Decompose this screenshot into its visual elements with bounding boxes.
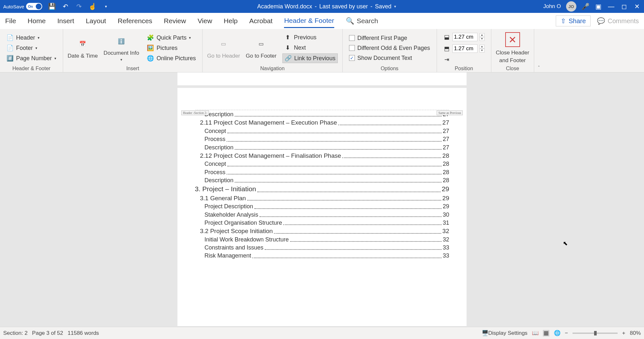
toc-text: Concept (204, 160, 226, 168)
previous-page-edge (177, 72, 467, 85)
web-layout-icon[interactable]: 🌐 (554, 330, 560, 336)
maximize-icon[interactable]: ◻ (620, 3, 628, 10)
zoom-level[interactable]: 80% (630, 330, 641, 336)
touch-mode-icon[interactable]: ☝ (89, 3, 96, 10)
tab-insert[interactable]: Insert (57, 14, 74, 27)
ribbon-group-options: Different First Page Different Odd & Eve… (343, 29, 437, 72)
page-content[interactable]: Header -Section 2- Same as Previous Desc… (177, 88, 467, 326)
ribbon-display-icon[interactable]: ▣ (594, 3, 602, 10)
header-button[interactable]: 📄Header ▾ (5, 33, 58, 42)
autosave-switch[interactable]: On (26, 3, 42, 10)
tab-help[interactable]: Help (224, 14, 238, 27)
diff-first-page-checkbox[interactable]: Different First Page (347, 34, 432, 42)
spinner-down-icon[interactable]: ▼ (479, 37, 485, 41)
checkbox-empty-icon (349, 35, 355, 41)
tab-file[interactable]: File (5, 14, 16, 27)
collapse-chevron-icon: ˄ (538, 65, 540, 70)
toc-entry: 2.12 Project Cost Management – Finalisat… (195, 152, 449, 160)
mic-icon[interactable]: 🎤 (582, 3, 589, 10)
spinner-down-icon[interactable]: ▼ (479, 49, 485, 52)
tab-references[interactable]: References (118, 14, 152, 27)
comments-button[interactable]: 💬 Comments (597, 17, 639, 25)
spinner-up-icon[interactable]: ▲ (479, 45, 485, 49)
status-words[interactable]: 11586 words (68, 330, 99, 336)
status-bar: Section: 2 Page 3 of 52 11586 words 🖥️Di… (0, 327, 644, 339)
search-box[interactable]: 🔍 Search (346, 17, 378, 25)
toc-text: 2.11 Project Cost Management – Execution… (200, 118, 337, 127)
toc-leader-dots (257, 184, 440, 192)
doc-name: Academia Word.docx (257, 3, 312, 10)
undo-icon[interactable]: ↶ (62, 3, 69, 10)
tab-acrobat[interactable]: Acrobat (249, 14, 272, 27)
display-settings-icon: 🖥️ (482, 330, 488, 336)
toc-text: 3. Project – Initiation (195, 184, 256, 193)
toc-text: Concept (204, 127, 226, 135)
ribbon-group-insert: 📅 Date & Time ℹ️ Document Info▾ 🧩Quick P… (63, 29, 203, 72)
tab-view[interactable]: View (198, 14, 212, 27)
comments-icon: 💬 (597, 17, 605, 25)
share-button[interactable]: ⇧ Share (556, 15, 591, 26)
goto-header-icon: ▭ (216, 37, 231, 51)
footer-bottom-value[interactable] (452, 44, 478, 53)
status-section[interactable]: Section: 2 (3, 330, 28, 336)
document-scroll-area[interactable]: Header -Section 2- Same as Previous Desc… (0, 72, 644, 327)
qat-dropdown-icon[interactable]: ▾ (102, 3, 110, 10)
toc-page-number: 27 (442, 118, 449, 127)
user-name: John O (543, 3, 561, 10)
display-settings-button[interactable]: 🖥️Display Settings (482, 330, 527, 336)
pictures-button[interactable]: 🖼️Pictures (145, 43, 198, 52)
toc-text: Stakeholder Analysis (204, 211, 258, 219)
toc-leader-dots (283, 219, 441, 225)
toc-page-number: 32 (442, 227, 449, 235)
quick-parts-button[interactable]: 🧩Quick Parts ▾ (145, 33, 198, 42)
group-label-hf: Header & Footer (5, 65, 58, 71)
goto-footer-button[interactable]: ▭ Go to Footer (246, 31, 276, 65)
footer-from-bottom-input[interactable]: ⬒ ▲▼ (441, 43, 487, 54)
goto-header-button[interactable]: ▭ Go to Header (207, 31, 240, 65)
tab-layout[interactable]: Layout (86, 14, 106, 27)
ribbon-collapse-button[interactable]: ˄ (534, 29, 544, 72)
link-to-previous-button[interactable]: 🔗Link to Previous (282, 53, 338, 63)
toc-entry: Process27 (195, 135, 449, 143)
toc-leader-dots (265, 244, 441, 250)
close-window-icon[interactable]: ✕ (633, 3, 641, 10)
close-header-footer-button[interactable]: ✕ Close Header and Footer (496, 31, 529, 65)
diff-odd-even-checkbox[interactable]: Different Odd & Even Pages (347, 44, 432, 52)
read-mode-icon[interactable]: 📖 (532, 330, 538, 336)
toc-text: Description (204, 176, 233, 184)
zoom-thumb[interactable] (594, 331, 597, 335)
saved-dropdown-icon[interactable]: ▾ (394, 4, 396, 9)
page-number-button[interactable]: #️⃣Page Number ▾ (5, 54, 58, 63)
status-page[interactable]: Page 3 of 52 (32, 330, 63, 336)
tab-home[interactable]: Home (28, 14, 46, 27)
header-from-top-input[interactable]: ⬓ ▲▼ (441, 32, 487, 42)
spinner-up-icon[interactable]: ▲ (479, 33, 485, 37)
tab-review[interactable]: Review (164, 14, 186, 27)
link-icon: 🔗 (285, 55, 292, 62)
date-time-button[interactable]: 📅 Date & Time (68, 31, 98, 65)
toc-text: 2.12 Project Cost Management – Finalisat… (200, 152, 341, 160)
header-top-value[interactable] (452, 33, 478, 41)
previous-button[interactable]: ⬆Previous (282, 33, 338, 42)
next-button[interactable]: ⬇Next (282, 43, 338, 52)
print-layout-icon[interactable]: ▦ (543, 330, 549, 336)
tab-header-footer[interactable]: Header & Footer (284, 14, 334, 28)
zoom-out-button[interactable]: − (565, 330, 568, 336)
minimize-icon[interactable]: — (607, 3, 615, 10)
top-margin-icon: ⬓ (443, 33, 450, 41)
toc-text: Process (204, 135, 225, 143)
show-doc-text-checkbox[interactable]: ✓Show Document Text (347, 54, 432, 62)
zoom-slider[interactable] (573, 333, 618, 334)
doc-info-button[interactable]: ℹ️ Document Info▾ (104, 31, 139, 65)
toc-text: Initial Work Breakdown Structure (204, 236, 289, 243)
autosave-toggle[interactable]: AutoSave On (3, 3, 42, 10)
insert-align-tab-button[interactable]: ⇥ (441, 55, 487, 64)
zoom-in-button[interactable]: + (622, 330, 625, 336)
online-pictures-button[interactable]: 🌐Online Pictures (145, 54, 198, 63)
previous-icon: ⬆ (284, 34, 291, 41)
save-icon[interactable]: 💾 (48, 3, 56, 10)
footer-button[interactable]: 📄Footer ▾ (5, 43, 58, 52)
user-avatar[interactable]: JO (566, 1, 576, 12)
toc-entry: Description27 (195, 110, 449, 118)
redo-icon[interactable]: ↷ (75, 3, 83, 10)
